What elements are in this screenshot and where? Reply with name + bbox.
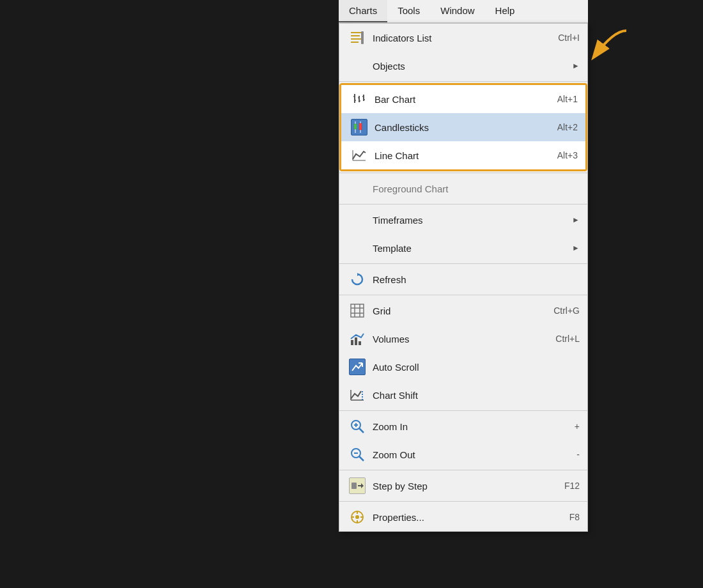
template-arrow: ►	[572, 244, 580, 252]
candlesticks-icon	[349, 117, 369, 137]
timeframes-icon	[347, 210, 367, 230]
bar-chart-label: Bar Chart	[375, 94, 545, 105]
separator-1	[339, 81, 587, 82]
menu-item-indicators-list[interactable]: Indicators List Ctrl+I	[339, 24, 587, 52]
volumes-label: Volumes	[373, 334, 543, 344]
dropdown-menu: Indicators List Ctrl+I Objects ►	[339, 23, 588, 532]
svg-rect-16	[354, 124, 357, 129]
menu-bar-tools[interactable]: Tools	[387, 0, 430, 22]
separator-7	[339, 470, 587, 470]
properties-icon	[347, 507, 367, 527]
menu-bar-window[interactable]: Window	[430, 0, 484, 22]
template-icon	[347, 238, 367, 258]
refresh-label: Refresh	[373, 274, 580, 285]
svg-point-46	[355, 515, 359, 519]
indicators-list-label: Indicators List	[373, 33, 545, 43]
chart-shift-icon	[347, 385, 367, 405]
step-by-step-label: Step by Step	[373, 481, 552, 491]
volumes-shortcut: Ctrl+L	[555, 334, 580, 344]
menu-item-step-by-step[interactable]: Step by Step F12	[339, 472, 587, 500]
grid-label: Grid	[373, 306, 541, 316]
svg-rect-18	[359, 123, 362, 130]
separator-4	[339, 263, 587, 264]
candlesticks-label: Candlesticks	[375, 122, 545, 133]
svg-marker-21	[357, 273, 360, 276]
menu-item-grid[interactable]: Grid Ctrl+G	[339, 297, 587, 325]
separator-3	[339, 204, 587, 205]
indicators-list-icon	[347, 27, 367, 48]
separator-6	[339, 410, 587, 411]
candlesticks-shortcut: Alt+2	[557, 122, 578, 132]
menu-item-foreground-chart[interactable]: Foreground Chart	[339, 174, 587, 203]
svg-rect-5	[361, 31, 364, 44]
line-chart-icon	[349, 145, 369, 166]
chart-types-section: Bar Chart Alt+1 Candlesticks	[339, 83, 587, 171]
svg-rect-26	[351, 304, 364, 317]
menu-item-objects[interactable]: Objects ►	[339, 52, 587, 80]
bar-chart-shortcut: Alt+1	[557, 94, 578, 104]
auto-scroll-icon	[347, 357, 367, 377]
svg-rect-4	[351, 42, 359, 43]
menu-item-chart-shift[interactable]: Chart Shift	[339, 381, 587, 409]
auto-scroll-label: Auto Scroll	[373, 362, 580, 373]
menu-item-bar-chart[interactable]: Bar Chart Alt+1	[341, 85, 585, 113]
menu-bar: Charts Tools Window Help	[339, 0, 588, 23]
chart-shift-label: Chart Shift	[373, 390, 580, 401]
svg-rect-2	[351, 35, 360, 36]
svg-rect-29	[359, 341, 361, 345]
menu-item-volumes[interactable]: Volumes Ctrl+L	[339, 325, 587, 353]
objects-arrow: ►	[572, 61, 580, 70]
menu-item-candlesticks[interactable]: Candlesticks Alt+2	[341, 113, 585, 141]
menu-item-timeframes[interactable]: Timeframes ►	[339, 206, 587, 234]
properties-shortcut: F8	[569, 512, 580, 522]
properties-label: Properties...	[373, 512, 557, 523]
menu-item-properties[interactable]: Properties... F8	[339, 503, 587, 531]
step-by-step-shortcut: F12	[564, 481, 580, 491]
menu-wrapper: Charts Tools Window Help	[339, 0, 588, 532]
zoom-out-shortcut: -	[576, 449, 580, 460]
volumes-icon	[347, 329, 367, 349]
svg-line-38	[359, 428, 364, 433]
separator-8	[339, 501, 587, 502]
zoom-out-icon	[347, 444, 367, 465]
menu-bar-help[interactable]: Help	[485, 0, 525, 22]
menu-item-refresh[interactable]: Refresh	[339, 265, 587, 293]
step-by-step-icon	[347, 476, 367, 496]
zoom-out-label: Zoom Out	[373, 449, 564, 460]
zoom-in-icon	[347, 416, 367, 437]
timeframes-arrow: ►	[572, 215, 580, 224]
zoom-in-shortcut: +	[575, 421, 580, 431]
line-chart-label: Line Chart	[375, 150, 545, 161]
objects-label: Objects	[373, 61, 566, 72]
line-chart-shortcut: Alt+3	[557, 150, 578, 160]
menu-item-zoom-in[interactable]: Zoom In +	[339, 412, 587, 440]
timeframes-label: Timeframes	[373, 215, 566, 226]
svg-rect-3	[351, 38, 361, 40]
menu-item-zoom-out[interactable]: Zoom Out -	[339, 440, 587, 468]
menu-bar-charts[interactable]: Charts	[339, 0, 387, 22]
svg-rect-28	[355, 337, 357, 345]
grid-icon	[347, 300, 367, 321]
zoom-in-label: Zoom In	[373, 421, 562, 432]
objects-icon	[347, 56, 367, 76]
menu-item-auto-scroll[interactable]: Auto Scroll	[339, 353, 587, 381]
svg-rect-1	[351, 32, 362, 33]
foreground-chart-icon	[347, 178, 367, 199]
foreground-chart-label: Foreground Chart	[373, 183, 580, 194]
menu-item-template[interactable]: Template ►	[339, 234, 587, 262]
svg-rect-27	[351, 340, 353, 345]
svg-rect-42	[352, 483, 357, 489]
indicators-list-shortcut: Ctrl+I	[558, 33, 580, 43]
separator-5	[339, 295, 587, 295]
grid-shortcut: Ctrl+G	[553, 306, 580, 316]
separator-2	[339, 173, 587, 173]
template-label: Template	[373, 243, 566, 254]
svg-line-41	[359, 456, 364, 461]
svg-marker-44	[361, 483, 364, 488]
bar-chart-icon	[349, 89, 369, 109]
menu-item-line-chart[interactable]: Line Chart Alt+3	[341, 141, 585, 169]
refresh-icon	[347, 269, 367, 290]
